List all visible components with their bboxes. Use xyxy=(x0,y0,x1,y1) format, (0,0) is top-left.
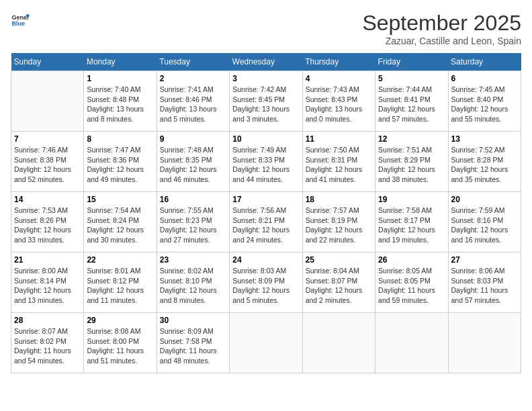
day-number: 10 xyxy=(232,134,299,144)
weekday-header: Saturday xyxy=(448,53,521,71)
day-number: 7 xyxy=(14,134,81,144)
calendar-cell: 5Sunrise: 7:44 AM Sunset: 8:41 PM Daylig… xyxy=(375,71,448,132)
calendar-cell: 11Sunrise: 7:50 AM Sunset: 8:31 PM Dayli… xyxy=(302,132,375,192)
calendar-week-row: 7Sunrise: 7:46 AM Sunset: 8:38 PM Daylig… xyxy=(11,132,521,192)
calendar-cell xyxy=(302,313,375,373)
calendar-cell: 25Sunrise: 8:04 AM Sunset: 8:07 PM Dayli… xyxy=(302,253,375,313)
day-info: Sunrise: 7:48 AM Sunset: 8:35 PM Dayligh… xyxy=(160,145,226,185)
day-info: Sunrise: 7:52 AM Sunset: 8:28 PM Dayligh… xyxy=(451,145,518,185)
calendar-cell: 13Sunrise: 7:52 AM Sunset: 8:28 PM Dayli… xyxy=(448,132,521,192)
day-number: 12 xyxy=(378,134,445,144)
day-info: Sunrise: 8:08 AM Sunset: 8:00 PM Dayligh… xyxy=(87,326,153,366)
day-info: Sunrise: 8:00 AM Sunset: 8:14 PM Dayligh… xyxy=(14,266,81,306)
calendar-week-row: 21Sunrise: 8:00 AM Sunset: 8:14 PM Dayli… xyxy=(11,253,521,313)
calendar-body: 1Sunrise: 7:40 AM Sunset: 8:48 PM Daylig… xyxy=(11,71,521,373)
day-number: 30 xyxy=(160,316,226,325)
day-info: Sunrise: 8:02 AM Sunset: 8:10 PM Dayligh… xyxy=(160,266,226,306)
day-info: Sunrise: 8:05 AM Sunset: 8:05 PM Dayligh… xyxy=(378,266,445,306)
calendar-cell: 23Sunrise: 8:02 AM Sunset: 8:10 PM Dayli… xyxy=(157,253,229,313)
day-info: Sunrise: 8:01 AM Sunset: 8:12 PM Dayligh… xyxy=(87,266,153,306)
day-number: 9 xyxy=(160,134,226,144)
svg-text:Blue: Blue xyxy=(11,20,25,27)
day-number: 26 xyxy=(378,255,445,265)
calendar-cell xyxy=(230,313,302,373)
day-number: 25 xyxy=(306,255,372,265)
day-info: Sunrise: 8:07 AM Sunset: 8:02 PM Dayligh… xyxy=(14,326,81,366)
day-info: Sunrise: 7:42 AM Sunset: 8:45 PM Dayligh… xyxy=(232,85,299,124)
day-number: 29 xyxy=(87,316,153,325)
weekday-header: Monday xyxy=(84,53,157,71)
logo-icon: General Blue xyxy=(11,11,30,30)
day-number: 20 xyxy=(451,195,518,204)
day-info: Sunrise: 7:56 AM Sunset: 8:21 PM Dayligh… xyxy=(232,205,299,245)
calendar-cell: 20Sunrise: 7:59 AM Sunset: 8:16 PM Dayli… xyxy=(448,192,521,253)
day-info: Sunrise: 7:41 AM Sunset: 8:46 PM Dayligh… xyxy=(160,85,226,124)
day-number: 16 xyxy=(160,195,226,204)
calendar-cell: 12Sunrise: 7:51 AM Sunset: 8:29 PM Dayli… xyxy=(375,132,448,192)
calendar-cell: 16Sunrise: 7:55 AM Sunset: 8:23 PM Dayli… xyxy=(157,192,229,253)
day-info: Sunrise: 8:06 AM Sunset: 8:03 PM Dayligh… xyxy=(451,266,518,306)
calendar-header-row: SundayMondayTuesdayWednesdayThursdayFrid… xyxy=(11,53,521,71)
calendar-cell: 19Sunrise: 7:58 AM Sunset: 8:17 PM Dayli… xyxy=(375,192,448,253)
day-number: 6 xyxy=(451,74,518,83)
day-number: 13 xyxy=(451,134,518,144)
weekday-header: Wednesday xyxy=(230,53,302,71)
day-info: Sunrise: 7:54 AM Sunset: 8:24 PM Dayligh… xyxy=(87,205,153,245)
calendar-cell: 4Sunrise: 7:43 AM Sunset: 8:43 PM Daylig… xyxy=(302,71,375,132)
calendar-cell: 15Sunrise: 7:54 AM Sunset: 8:24 PM Dayli… xyxy=(84,192,157,253)
calendar-cell: 8Sunrise: 7:47 AM Sunset: 8:36 PM Daylig… xyxy=(84,132,157,192)
day-number: 22 xyxy=(87,255,153,265)
calendar-cell xyxy=(11,71,84,132)
calendar-cell xyxy=(448,313,521,373)
day-info: Sunrise: 7:44 AM Sunset: 8:41 PM Dayligh… xyxy=(378,85,445,124)
day-number: 8 xyxy=(87,134,153,144)
header: General Blue September 2025 Zazuar, Cast… xyxy=(11,11,521,46)
calendar-table: SundayMondayTuesdayWednesdayThursdayFrid… xyxy=(11,53,521,373)
day-number: 14 xyxy=(14,195,81,204)
day-number: 27 xyxy=(451,255,518,265)
calendar-cell xyxy=(375,313,448,373)
day-number: 21 xyxy=(14,255,81,265)
calendar-cell: 27Sunrise: 8:06 AM Sunset: 8:03 PM Dayli… xyxy=(448,253,521,313)
day-info: Sunrise: 8:04 AM Sunset: 8:07 PM Dayligh… xyxy=(306,266,372,306)
day-info: Sunrise: 7:50 AM Sunset: 8:31 PM Dayligh… xyxy=(306,145,372,185)
day-info: Sunrise: 7:58 AM Sunset: 8:17 PM Dayligh… xyxy=(378,205,445,245)
weekday-header: Friday xyxy=(375,53,448,71)
day-info: Sunrise: 7:46 AM Sunset: 8:38 PM Dayligh… xyxy=(14,145,81,185)
calendar-week-row: 1Sunrise: 7:40 AM Sunset: 8:48 PM Daylig… xyxy=(11,71,521,132)
day-info: Sunrise: 7:53 AM Sunset: 8:26 PM Dayligh… xyxy=(14,205,81,245)
day-number: 3 xyxy=(232,74,299,83)
day-info: Sunrise: 7:45 AM Sunset: 8:40 PM Dayligh… xyxy=(451,85,518,124)
day-number: 24 xyxy=(232,255,299,265)
calendar-week-row: 28Sunrise: 8:07 AM Sunset: 8:02 PM Dayli… xyxy=(11,313,521,373)
day-info: Sunrise: 7:59 AM Sunset: 8:16 PM Dayligh… xyxy=(451,205,518,245)
day-info: Sunrise: 7:51 AM Sunset: 8:29 PM Dayligh… xyxy=(378,145,445,185)
month-title: September 2025 xyxy=(362,11,521,36)
day-number: 15 xyxy=(87,195,153,204)
day-info: Sunrise: 7:55 AM Sunset: 8:23 PM Dayligh… xyxy=(160,205,226,245)
weekday-header: Tuesday xyxy=(157,53,229,71)
title-area: September 2025 Zazuar, Castille and Leon… xyxy=(362,11,521,46)
day-info: Sunrise: 8:09 AM Sunset: 7:58 PM Dayligh… xyxy=(160,326,226,366)
day-info: Sunrise: 7:57 AM Sunset: 8:19 PM Dayligh… xyxy=(306,205,372,245)
day-number: 5 xyxy=(378,74,445,83)
day-number: 11 xyxy=(306,134,372,144)
day-number: 4 xyxy=(306,74,372,83)
day-info: Sunrise: 7:47 AM Sunset: 8:36 PM Dayligh… xyxy=(87,145,153,185)
calendar-cell: 3Sunrise: 7:42 AM Sunset: 8:45 PM Daylig… xyxy=(230,71,302,132)
day-number: 23 xyxy=(160,255,226,265)
calendar-cell: 22Sunrise: 8:01 AM Sunset: 8:12 PM Dayli… xyxy=(84,253,157,313)
calendar-cell: 7Sunrise: 7:46 AM Sunset: 8:38 PM Daylig… xyxy=(11,132,84,192)
weekday-header: Thursday xyxy=(302,53,375,71)
day-number: 2 xyxy=(160,74,226,83)
calendar-cell: 26Sunrise: 8:05 AM Sunset: 8:05 PM Dayli… xyxy=(375,253,448,313)
calendar-cell: 9Sunrise: 7:48 AM Sunset: 8:35 PM Daylig… xyxy=(157,132,229,192)
calendar-cell: 30Sunrise: 8:09 AM Sunset: 7:58 PM Dayli… xyxy=(157,313,229,373)
calendar-week-row: 14Sunrise: 7:53 AM Sunset: 8:26 PM Dayli… xyxy=(11,192,521,253)
day-number: 18 xyxy=(306,195,372,204)
day-number: 1 xyxy=(87,74,153,83)
calendar-cell: 18Sunrise: 7:57 AM Sunset: 8:19 PM Dayli… xyxy=(302,192,375,253)
calendar-cell: 29Sunrise: 8:08 AM Sunset: 8:00 PM Dayli… xyxy=(84,313,157,373)
day-info: Sunrise: 7:49 AM Sunset: 8:33 PM Dayligh… xyxy=(232,145,299,185)
calendar-cell: 14Sunrise: 7:53 AM Sunset: 8:26 PM Dayli… xyxy=(11,192,84,253)
